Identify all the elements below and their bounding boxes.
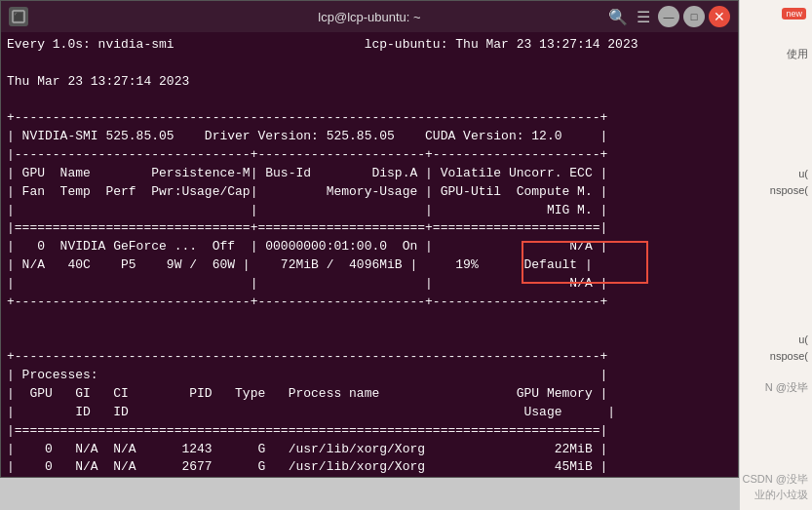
blank4	[7, 331, 732, 349]
terminal-window: ⬛ lcp@lcp-ubuntu: ~ 🔍 ☰ — □ ✕ Every 1.0s…	[0, 0, 739, 478]
titlebar-controls: 🔍 ☰ — □ ✕	[607, 6, 730, 27]
titlebar-left: ⬛	[9, 7, 28, 26]
proc-row-1: | 0 N/A N/A 2677 G /usr/lib/xorg/Xorg 45…	[7, 458, 732, 477]
gpu0a: | 0 NVIDIA GeForce ... Off | 00000000:01…	[7, 238, 732, 256]
header2a: |-------------------------------+-------…	[7, 146, 732, 165]
border1: +---------------------------------------…	[7, 109, 732, 128]
smi-line: | NVIDIA-SMI 525.85.05 Driver Version: 5…	[7, 128, 732, 146]
svg-text:⬛: ⬛	[14, 12, 23, 21]
blank1	[7, 55, 732, 73]
terminal-body[interactable]: Every 1.0s: nvidia-smi lcp-ubuntu: Thu M…	[1, 32, 738, 477]
border2: |===============================+=======…	[7, 219, 732, 238]
header-line: Every 1.0s: nvidia-smi lcp-ubuntu: Thu M…	[7, 36, 732, 55]
proc-cols2: | ID ID Usage |	[7, 404, 732, 422]
proc-header: | Processes: |	[7, 367, 732, 385]
gpu0c: | | | N/A |	[7, 275, 732, 294]
rp-label4: N @没毕	[765, 380, 808, 395]
right-panel: new 使用 u(nspose( u(nspose( N @没毕 CSDN @没…	[739, 0, 812, 510]
blank2	[7, 92, 732, 110]
titlebar: ⬛ lcp@lcp-ubuntu: ~ 🔍 ☰ — □ ✕	[1, 1, 738, 32]
border3: +-------------------------------+-------…	[7, 294, 732, 312]
search-button[interactable]: 🔍	[607, 6, 629, 27]
proc-cols1: | GPU GI CI PID Type Process name GPU Me…	[7, 385, 732, 404]
watermark: CSDN @没毕业的小垃圾	[740, 472, 808, 502]
header2c: | Fan Temp Perf Pwr:Usage/Cap| Memory-Us…	[7, 183, 732, 202]
maximize-button[interactable]: □	[683, 6, 705, 27]
border4: +---------------------------------------…	[7, 348, 732, 367]
blank3	[7, 312, 732, 331]
proc-border: |=======================================…	[7, 422, 732, 441]
header2d: | | | MIG M. |	[7, 202, 732, 220]
menu-button[interactable]: ☰	[633, 6, 654, 27]
gpu0b: | N/A 40C P5 9W / 60W | 72MiB / 4096MiB …	[7, 256, 732, 275]
new-badge: new	[782, 8, 806, 20]
close-button[interactable]: ✕	[709, 6, 730, 27]
terminal-icon: ⬛	[9, 7, 28, 26]
rp-label3: u(nspose(	[770, 332, 808, 364]
rp-label2: u(nspose(	[770, 166, 808, 198]
minimize-button[interactable]: —	[658, 6, 679, 27]
header2b: | GPU Name Persistence-M| Bus-Id Disp.A …	[7, 165, 732, 183]
date-line: Thu Mar 23 13:27:14 2023	[7, 73, 732, 92]
proc-row-0: | 0 N/A N/A 1243 G /usr/lib/xorg/Xorg 22…	[7, 441, 732, 459]
titlebar-title: lcp@lcp-ubuntu: ~	[318, 10, 420, 24]
rp-label1: 使用	[787, 47, 808, 61]
